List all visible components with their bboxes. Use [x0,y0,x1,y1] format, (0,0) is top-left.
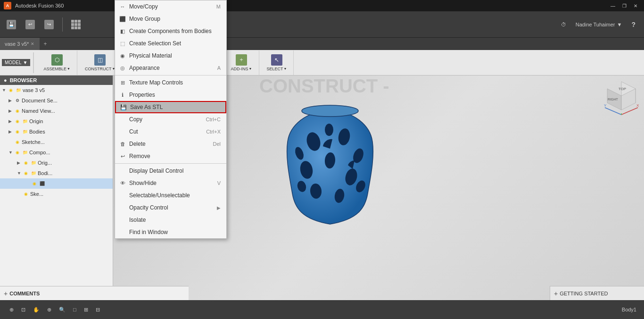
tree-arrow-origin2[interactable]: ▶ [17,160,22,165]
cut-icon [119,128,126,135]
comments-label: COMMENTS [9,291,40,296]
menu-separator-2 [115,163,226,164]
grid-multi-button[interactable]: ⊞ [82,306,90,314]
tree-item-bodies[interactable]: ▶ ◉ 📁 Bodies [0,126,113,137]
tree-icon-sketch2: ◉ [23,191,29,197]
construct-button[interactable]: ◫ CONSTRUCT ▼ [82,53,118,72]
create-selection-icon: ⬚ [119,40,126,47]
tree-item-doc-settings[interactable]: ▶ ⚙ Document Se... [0,95,113,106]
tree-icon-bodies: ◉ [14,128,21,135]
tree-expand-root[interactable]: ▼ [2,88,7,92]
tab-vase3[interactable]: vase 3 v5* ✕ [0,38,40,50]
ribbon-addins-group: ＋ ADD-INS ▼ [224,50,259,75]
grid-view-button[interactable]: □ [71,306,78,313]
tree-arrow-bodies[interactable]: ▶ [8,129,13,134]
redo-button[interactable]: ↪ [41,18,57,31]
menu-item-texture-map[interactable]: ⊞ Texture Map Controls [115,76,226,89]
menu-item-delete-label: Delete [129,141,210,147]
menu-item-cut[interactable]: Cut Ctrl+X [115,126,226,138]
menu-item-move-group-label: Move Group [129,16,221,22]
titlebar: A Autodesk Fusion 360 — ❐ ✕ [0,0,644,11]
help-button[interactable]: ? [628,19,638,30]
menu-item-delete-shortcut: Del [213,141,221,147]
browser-title: BROWSER [10,77,37,83]
tree-folder-root: 📁 [15,87,22,93]
model-selector[interactable]: MODEL ▼ [2,59,30,66]
menu-item-display-detail-label: Display Detail Control [129,168,221,174]
menu-item-properties[interactable]: ℹ Properties [115,89,226,101]
apps-grid-button[interactable] [68,18,83,31]
assemble-button[interactable]: ⬡ ASSEMBLE ▼ [41,53,73,72]
user-dropdown-icon: ▼ [617,22,622,27]
close-button[interactable]: ✕ [631,2,640,9]
create-components-icon: ◧ [119,27,126,35]
tree-arrow-doc[interactable]: ▶ [8,98,13,103]
pan-tool-button[interactable]: ⊡ [19,306,27,314]
menu-item-move-copy[interactable]: ↔ Move/Copy M [115,0,226,13]
menu-item-create-components-label: Create Components from Bodies [129,28,221,34]
menu-item-move-group[interactable]: ⬛ Move Group [115,13,226,25]
model-label: MODEL [5,60,22,65]
hand-tool-button[interactable]: ✋ [31,306,41,314]
tree-item-origin2[interactable]: ▶ ◉ 📁 Orig... [0,158,113,168]
display-detail-icon [119,167,126,175]
help-icon: ? [631,21,636,28]
tree-arrow-compo[interactable]: ▼ [8,150,13,155]
menu-item-remove[interactable]: ↩ Remove [115,150,226,162]
menu-item-save-as-stl[interactable]: 💾 Save As STL [115,101,226,113]
select-button[interactable]: ↖ SELECT ▼ [264,53,290,72]
undo-button[interactable]: ↩ [23,18,38,31]
maximize-button[interactable]: ❐ [619,2,629,9]
menu-item-appearance-label: Appearance [129,65,215,71]
tree-label-origin: Origin [29,118,43,124]
menu-item-selectable[interactable]: Selectable/Unselectable [115,189,226,201]
tree-arrow-bodies2[interactable]: ▼ [17,171,22,176]
tree-item-root[interactable]: ▼ ◉ 📁 vase 3 v5 [0,85,113,95]
tab-add-button[interactable]: + [40,39,50,49]
select-label: SELECT ▼ [267,67,287,71]
tree-item-body[interactable]: ◉ ⬛ [0,178,113,189]
menu-item-isolate[interactable]: Isolate [115,214,226,226]
menu-item-show-hide-shortcut: V [217,180,221,186]
menu-item-opacity[interactable]: Opacity Control ▶ [115,201,226,214]
tree-item-components[interactable]: ▼ ◉ 📁 Compo... [0,147,113,158]
user-menu[interactable]: Nadine Tuhaimer ▼ [573,20,625,29]
find-window-icon [119,228,126,236]
undo-icon: ↩ [25,20,35,29]
tree-item-origin[interactable]: ▶ ◉ 📁 Origin [0,116,113,126]
menu-item-physical-material[interactable]: ◉ Physical Material [115,50,226,62]
menu-item-create-selection[interactable]: ⬚ Create Selection Set [115,37,226,50]
menu-item-create-components[interactable]: ◧ Create Components from Bodies [115,25,226,37]
menu-item-copy[interactable]: Copy Ctrl+C [115,113,226,126]
minimize-button[interactable]: — [608,2,618,9]
history-button[interactable]: ⏱ [558,20,569,29]
orbit-tool-button[interactable]: ⊕ [8,306,16,314]
browser-collapse-icon[interactable]: ● [4,77,7,83]
tree-item-bodies2[interactable]: ▼ ◉ 📁 Bodi... [0,168,113,178]
addins-button[interactable]: ＋ ADD-INS ▼ [228,53,255,72]
save-button[interactable]: 💾 [4,18,19,31]
comments-expand-button[interactable]: + [4,290,8,297]
menu-item-show-hide[interactable]: 👁 Show/Hide V [115,177,226,189]
menu-item-display-detail[interactable]: Display Detail Control [115,165,226,177]
tree-arrow-views[interactable]: ▶ [8,109,13,113]
menu-item-remove-label: Remove [129,153,221,160]
menu-item-appearance[interactable]: ◎ Appearance A [115,62,226,74]
collapse-button[interactable]: ⊟ [94,306,102,314]
zoom-tool-button[interactable]: ⊕ [45,306,53,314]
tree-item-sketch2[interactable]: ◉ Ske... [0,189,113,199]
tree-label-bodies2: Bodi... [38,170,52,176]
getting-started-expand-button[interactable]: + [554,290,558,297]
menu-item-delete[interactable]: 🗑 Delete Del [115,138,226,150]
fit-button[interactable]: 🔍 [57,306,67,314]
tab-label: vase 3 v5* [5,41,29,47]
bottom-statusbar: ⊕ ⊡ ✋ ⊕ 🔍 □ ⊞ ⊟ Body1 [0,300,644,319]
tree-item-named-views[interactable]: ▶ ◉ Named View... [0,106,113,116]
tree-arrow-origin[interactable]: ▶ [8,119,13,124]
menu-item-find-window[interactable]: Find in Window [115,226,226,238]
tree-label-bodies: Bodies [29,129,45,134]
view-cube[interactable]: TOP RIGHT Y X [603,79,640,117]
tab-close-icon[interactable]: ✕ [31,42,34,46]
tree-item-sketches[interactable]: ◉ Sketche... [0,137,113,147]
menu-item-show-hide-label: Show/Hide [129,180,215,186]
